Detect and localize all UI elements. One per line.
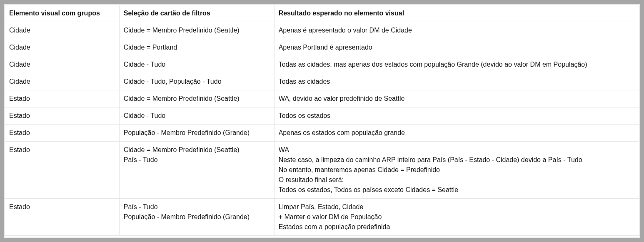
cell-line: Cidade = Membro Predefinido (Seattle) bbox=[124, 145, 270, 155]
table-header-row: Elemento visual com grupos Seleção de ca… bbox=[5, 5, 639, 22]
table-cell: Estado bbox=[5, 125, 120, 142]
table-cell: Cidade - Tudo, População - Tudo bbox=[119, 73, 274, 90]
table-cell: Cidade = Membro Predefinido (Seattle)Paí… bbox=[119, 142, 274, 199]
cell-line: No entanto, manteremos apenas Cidade = P… bbox=[279, 165, 635, 175]
table-cell: Cidade bbox=[5, 39, 120, 56]
cell-line: + Manter o valor DM de População bbox=[279, 212, 635, 222]
table-body: CidadeCidade = Membro Predefinido (Seatt… bbox=[5, 22, 639, 236]
cell-line: País - Tudo bbox=[124, 155, 270, 165]
table-row: CidadeCidade = PortlandApenas Portland é… bbox=[5, 39, 639, 56]
table-row: EstadoCidade = Membro Predefinido (Seatt… bbox=[5, 90, 639, 107]
cell-line: Limpar País, Estado, Cidade bbox=[279, 202, 635, 212]
table-cell: WANeste caso, a limpeza do caminho ARP i… bbox=[274, 142, 639, 199]
table-cell: Estado bbox=[5, 107, 120, 125]
cell-line: O resultado final será: bbox=[279, 175, 635, 185]
table-cell: Apenas os estados com população grande bbox=[274, 125, 639, 142]
table-cell: Estado bbox=[5, 142, 120, 199]
table-cell: Cidade - Tudo bbox=[119, 56, 274, 73]
table-cell: WA, devido ao valor predefinido de Seatt… bbox=[274, 90, 639, 107]
table-cell: Cidade = Portland bbox=[119, 39, 274, 56]
table-row: CidadeCidade - TudoTodas as cidades, mas… bbox=[5, 56, 639, 73]
col-header-visual: Elemento visual com grupos bbox=[5, 5, 120, 22]
filter-behavior-table: Elemento visual com grupos Seleção de ca… bbox=[5, 5, 639, 236]
table-cell: Cidade bbox=[5, 73, 120, 90]
table-cell: Apenas é apresentado o valor DM de Cidad… bbox=[274, 22, 639, 39]
table-cell: Limpar País, Estado, Cidade+ Manter o va… bbox=[274, 199, 639, 236]
table-cell: Cidade = Membro Predefinido (Seattle) bbox=[119, 22, 274, 39]
table-row: EstadoCidade = Membro Predefinido (Seatt… bbox=[5, 142, 639, 199]
cell-line: WA bbox=[279, 145, 635, 155]
table-cell: Cidade - Tudo bbox=[119, 107, 274, 125]
table-cell: Cidade bbox=[5, 22, 120, 39]
table-cell: Apenas Portland é apresentado bbox=[274, 39, 639, 56]
table-cell: Todas as cidades, mas apenas dos estados… bbox=[274, 56, 639, 73]
cell-line: Todos os estados, Todos os países exceto… bbox=[279, 185, 635, 195]
content-frame: Elemento visual com grupos Seleção de ca… bbox=[4, 4, 640, 238]
table-cell: Estado bbox=[5, 90, 120, 107]
table-cell: Todos os estados bbox=[274, 107, 639, 125]
col-header-result: Resultado esperado no elemento visual bbox=[274, 5, 639, 22]
table-row: CidadeCidade = Membro Predefinido (Seatt… bbox=[5, 22, 639, 39]
col-header-selection: Seleção de cartão de filtros bbox=[119, 5, 274, 22]
cell-line: País - Tudo bbox=[124, 202, 270, 212]
table-row: EstadoPaís - TudoPopulação - Membro Pred… bbox=[5, 199, 639, 236]
table-cell: Todas as cidades bbox=[274, 73, 639, 90]
table-cell: População - Membro Predefinido (Grande) bbox=[119, 125, 274, 142]
table-cell: País - TudoPopulação - Membro Predefinid… bbox=[119, 199, 274, 236]
cell-line: Estados com a população predefinida bbox=[279, 222, 635, 232]
table-row: EstadoPopulação - Membro Predefinido (Gr… bbox=[5, 125, 639, 142]
table-cell: Cidade = Membro Predefinido (Seattle) bbox=[119, 90, 274, 107]
table-cell: Estado bbox=[5, 199, 120, 236]
cell-line: Neste caso, a limpeza do caminho ARP int… bbox=[279, 155, 635, 165]
cell-line: População - Membro Predefinido (Grande) bbox=[124, 212, 270, 222]
table-cell: Cidade bbox=[5, 56, 120, 73]
table-row: CidadeCidade - Tudo, População - TudoTod… bbox=[5, 73, 639, 90]
table-row: EstadoCidade - TudoTodos os estados bbox=[5, 107, 639, 125]
